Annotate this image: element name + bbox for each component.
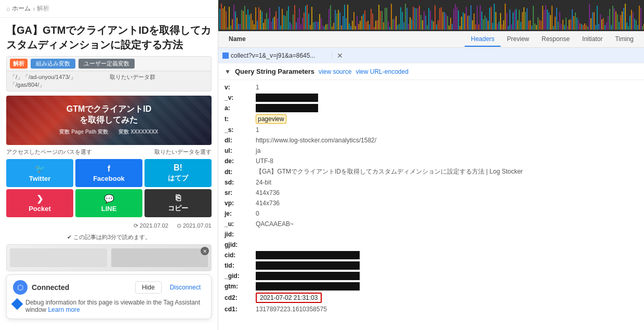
pocket-button[interactable]: ❯ Pocket: [6, 189, 73, 217]
desc-right: 取りたいデータを選す: [154, 148, 212, 156]
info-table: 「/」「/ad-unyou/1473/」「/gas/804/」 取りたいデータ群: [7, 71, 211, 91]
param-_u-value: QACAAEAB~: [256, 220, 294, 228]
info-image: 解析 組み込み変数 ユーザー定義変数 「/」「/ad-unyou/1473/」「…: [6, 56, 212, 91]
tag-assistant-body: Debug information for this page is viewa…: [13, 299, 205, 313]
param-gtm: gtm:: [225, 281, 638, 292]
breadcrumb: ⌂ ホーム › 解析: [0, 0, 218, 18]
param-tid-key: tid:: [225, 262, 256, 269]
param-gtm-key: gtm:: [225, 283, 256, 290]
param-cid-value: [256, 251, 360, 259]
date-modified: ⟳ 2021.07.02: [134, 222, 168, 229]
view-source-link[interactable]: view source: [319, 68, 351, 75]
tab-headers[interactable]: Headers: [465, 32, 501, 47]
param-cd2: cd2: 2021-07-02 21:31:03: [225, 292, 638, 304]
tag-assistant-header: ⬡ Connected Hide Disconnect: [13, 280, 205, 295]
param-sr: sr: 414x736: [225, 188, 638, 198]
param-a: a:: [225, 103, 638, 113]
article-title: 【GA】GTMでクライアントIDを取得してカスタムディメンションに設定する方法: [0, 18, 218, 56]
pocket-icon: ❯: [36, 194, 43, 204]
param-_v-value: [256, 94, 318, 102]
disconnect-button[interactable]: Disconnect: [166, 282, 205, 293]
row1-right: 取りたいデータ群: [110, 73, 208, 89]
param-dt: dt: 【GA】GTMでクライアントIDを取得してカスタムディメンションに設定す…: [225, 166, 638, 177]
twitter-label: Twitter: [29, 175, 51, 182]
info-image-header: 解析 組み込み変数 ユーザー定義変数: [7, 57, 211, 71]
query-params-table: v: 1 _v: a: t: pageview _s: 1: [218, 80, 644, 316]
param-de-key: de:: [225, 157, 256, 165]
dates-row: ⟳ 2021.07.02 ⊙ 2021.07.01: [0, 220, 218, 232]
hatena-icon: B!: [174, 163, 182, 173]
description-area: アクセスしたページのパスを選す 取りたいデータを選す: [0, 145, 218, 159]
param-ul: ul: ja: [225, 146, 638, 156]
param-v: v: 1: [225, 82, 638, 93]
param-sd-key: sd:: [225, 179, 256, 186]
param-cid-key: cid:: [225, 252, 256, 259]
param-t-value: pageview: [256, 114, 286, 124]
param-_gid-value: [256, 272, 360, 280]
facebook-icon: f: [108, 164, 110, 174]
twitter-button[interactable]: 🐦 Twitter: [6, 159, 73, 187]
param-v-value: 1: [256, 84, 259, 91]
request-row: collect?v=1&_v=j91&a=8645... ✕: [218, 48, 644, 63]
param-gtm-value: [256, 282, 360, 291]
ad-banner: ✕: [6, 244, 212, 271]
facebook-button[interactable]: f Facebook: [75, 159, 142, 187]
param-vp-value: 414x736: [256, 200, 280, 207]
param-t-key: t:: [225, 115, 256, 123]
param-dt-value: 【GA】GTMでクライアントIDを取得してカスタムディメンションに設定する方法 …: [256, 167, 523, 176]
request-name-text: collect?v=1&_v=j91&a=8645...: [231, 52, 315, 59]
param-de-value: UTF-8: [256, 157, 273, 165]
tab-initiator[interactable]: Initiator: [576, 32, 609, 47]
param-_u: _u: QACAAEAB~: [225, 219, 638, 229]
line-button[interactable]: 💬 LINE: [75, 189, 142, 217]
param-cd2-value: 2021-07-02 21:31:03: [256, 293, 322, 303]
param-a-value: [256, 104, 318, 112]
tag-gray: ユーザー定義変数: [78, 59, 135, 69]
tab-preview[interactable]: Preview: [501, 32, 535, 47]
param-_gid-key: _gid:: [225, 272, 256, 280]
param-a-key: a:: [225, 104, 256, 112]
param-sd-value: 24-bit: [256, 179, 271, 186]
param-tid-value: [256, 261, 360, 270]
tag-assistant-title: Connected: [32, 283, 131, 292]
view-url-encoded-link[interactable]: view URL-encoded: [356, 68, 408, 75]
param-_s-value: 1: [256, 126, 259, 134]
param-je-value: 0: [256, 210, 259, 217]
left-panel: ⌂ ホーム › 解析 【GA】GTMでクライアントIDを取得してカスタムディメン…: [0, 0, 218, 330]
line-icon: 💬: [104, 194, 114, 204]
param-dl-value: https://www.log-stocker.com/analytics/15…: [256, 137, 376, 144]
learn-more-link[interactable]: Learn more: [48, 306, 80, 313]
param-vp: vp: 414x736: [225, 198, 638, 208]
param-gjid-key: gjid:: [225, 241, 256, 248]
right-panel: Name Headers Preview Response Initiator …: [218, 0, 644, 330]
banner-image: GTMでクライアントIDを取得してみた変数 Page Path 変数 変数 XX…: [6, 96, 212, 145]
param-jid-key: jid:: [225, 231, 256, 238]
home-link[interactable]: ホーム: [12, 4, 31, 13]
hide-button[interactable]: Hide: [135, 281, 162, 294]
tab-timing[interactable]: Timing: [609, 32, 640, 47]
row1-left: 「/」「/ad-unyou/1473/」「/gas/804/」: [10, 73, 109, 89]
param-sd: sd: 24-bit: [225, 177, 638, 188]
request-name: collect?v=1&_v=j91&a=8645...: [218, 52, 333, 59]
banner-text: GTMでクライアントIDを取得してみた変数 Page Path 変数 変数 XX…: [57, 102, 160, 138]
tab-response[interactable]: Response: [535, 32, 576, 47]
home-icon: ⌂: [6, 5, 10, 12]
ad-content: [7, 245, 211, 271]
tag-orange: 解析: [10, 59, 28, 69]
param-cd1: cd1: 1317897223.1610358575: [225, 304, 638, 314]
request-close-icon[interactable]: ✕: [333, 51, 347, 60]
diamond-icon: [11, 298, 23, 310]
param-v-key: v:: [225, 84, 256, 91]
ad-close-button[interactable]: ✕: [201, 247, 209, 255]
twitter-icon: 🐦: [35, 164, 45, 174]
hatena-button[interactable]: B! はてブ: [144, 159, 212, 187]
copy-button[interactable]: ⎘ コピー: [144, 189, 212, 217]
devtools-tabs: Name Headers Preview Response Initiator …: [218, 31, 644, 48]
param-ul-value: ja: [256, 147, 260, 154]
tab-name-col: Name: [222, 32, 252, 47]
param-cid: cid:: [225, 250, 638, 260]
date-published: ⊙ 2021.07.01: [177, 222, 212, 229]
line-label: LINE: [101, 205, 117, 213]
query-params-header: ▼ Query String Parameters view source vi…: [218, 63, 644, 80]
param-_v-key: _v:: [225, 94, 256, 101]
